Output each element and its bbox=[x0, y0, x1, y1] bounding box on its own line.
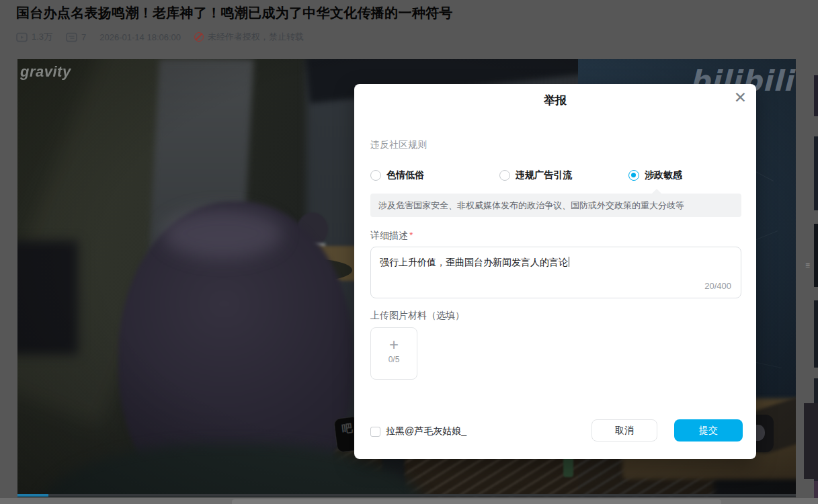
progress-bar-track[interactable] bbox=[17, 494, 796, 497]
report-modal: 举报 ✕ 违反社区规则 色情低俗 违规广告引流 涉政敏感 涉及危害国家安全、非权… bbox=[354, 84, 756, 459]
publish-date: 2026-01-14 18:06:00 bbox=[99, 32, 181, 42]
description-textarea[interactable]: 强行上升价值，歪曲国台办新闻发言人的言论 20/400 bbox=[370, 247, 741, 298]
comment-input-bar[interactable] bbox=[232, 499, 721, 504]
sidebar-dark-block bbox=[804, 403, 818, 479]
report-option-label: 色情低俗 bbox=[386, 169, 424, 181]
sidebar-thumbnail-sliver bbox=[814, 300, 818, 368]
close-icon[interactable]: ✕ bbox=[734, 88, 747, 108]
submit-button[interactable]: 提交 bbox=[674, 419, 743, 442]
report-option-sexual[interactable]: 色情低俗 bbox=[370, 169, 424, 181]
radio-icon[interactable] bbox=[499, 170, 510, 181]
report-option-label: 涉政敏感 bbox=[645, 169, 682, 181]
description-text: 强行上升价值，歪曲国台办新闻发言人的言论 bbox=[380, 255, 732, 269]
block-checkbox[interactable] bbox=[370, 427, 380, 437]
play-icon bbox=[16, 32, 28, 42]
view-count: 1.3万 bbox=[16, 31, 52, 43]
page-title: 国台办点名表扬鸣潮！老库神了！鸣潮已成为了中华文化传播的一种符号 bbox=[16, 4, 755, 22]
menu-lines-icon: ≡ bbox=[805, 261, 810, 270]
upload-box[interactable]: + 0/5 bbox=[370, 327, 417, 380]
upload-label: 上传图片材料（选填） bbox=[370, 310, 464, 322]
char-counter: 20/400 bbox=[704, 281, 731, 291]
report-option-label: 违规广告引流 bbox=[516, 169, 572, 181]
option-hint-box: 涉及危害国家安全、非权威媒体发布的政治争议、国防或外交政策的重大分歧等 bbox=[370, 194, 741, 217]
sidebar-thumbnail-sliver bbox=[814, 136, 818, 210]
danmaku-count: 7 bbox=[66, 32, 86, 42]
report-option-political[interactable]: 涉政敏感 bbox=[628, 169, 682, 181]
rule-section-label: 违反社区规则 bbox=[370, 139, 427, 151]
sidebar-thumbnail-sliver bbox=[814, 224, 818, 287]
text-cursor bbox=[569, 257, 569, 267]
radio-icon[interactable] bbox=[628, 170, 639, 181]
block-user-label: 拉黑@芦毛灰姑娘_ bbox=[386, 425, 466, 437]
no-reprint-notice: 未经作者授权，禁止转载 bbox=[194, 31, 304, 43]
radio-icon[interactable] bbox=[370, 170, 381, 181]
gravity-watermark: gravity bbox=[20, 63, 71, 81]
cancel-button[interactable]: 取消 bbox=[591, 419, 657, 442]
progress-bar-played bbox=[17, 494, 48, 497]
danmaku-icon bbox=[66, 32, 77, 42]
video-stats-row: 1.3万 7 2026-01-14 18:06:00 未经作者授权，禁止转载 bbox=[16, 31, 304, 43]
report-option-ad[interactable]: 违规广告引流 bbox=[499, 169, 572, 181]
upload-count: 0/5 bbox=[371, 355, 417, 364]
prohibition-icon bbox=[194, 32, 204, 42]
modal-title: 举报 bbox=[354, 93, 756, 108]
sidebar-thumbnail-sliver bbox=[814, 75, 818, 116]
sidebar-thumbnail-sliver bbox=[814, 481, 818, 500]
plus-icon: + bbox=[371, 337, 417, 353]
required-asterisk: * bbox=[409, 230, 413, 241]
description-label: 详细描述* bbox=[370, 230, 413, 242]
